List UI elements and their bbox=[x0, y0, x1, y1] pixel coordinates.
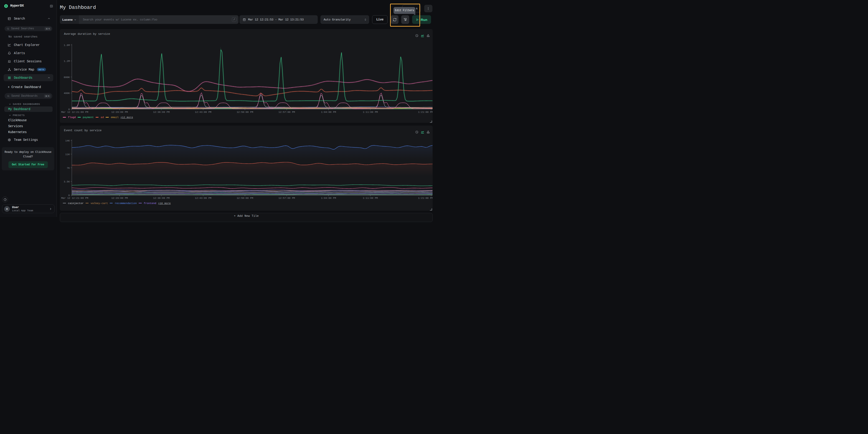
svg-text:Mar 12 12:21:00 PM: Mar 12 12:21:00 PM bbox=[61, 111, 88, 113]
svg-text:14K: 14K bbox=[65, 139, 70, 142]
svg-text:1:11:00 PM: 1:11:00 PM bbox=[363, 197, 378, 199]
svg-text:1:11:00 PM: 1:11:00 PM bbox=[363, 111, 378, 113]
svg-text:Mar 12 12:21:00 PM: Mar 12 12:21:00 PM bbox=[61, 197, 88, 199]
svg-text:12:36:00 PM: 12:36:00 PM bbox=[153, 197, 170, 199]
svg-text:12:43:00 PM: 12:43:00 PM bbox=[195, 197, 211, 199]
svg-text:12:50:00 PM: 12:50:00 PM bbox=[237, 197, 253, 199]
svg-text:0: 0 bbox=[68, 194, 70, 197]
svg-text:12:29:00 PM: 12:29:00 PM bbox=[111, 197, 128, 199]
svg-text:11K: 11K bbox=[65, 153, 70, 156]
svg-text:7K: 7K bbox=[67, 167, 70, 169]
svg-text:1:04:00 PM: 1:04:00 PM bbox=[321, 197, 336, 199]
svg-text:1:04:00 PM: 1:04:00 PM bbox=[321, 111, 336, 113]
svg-text:1:21:00 PM: 1:21:00 PM bbox=[418, 197, 433, 199]
svg-text:1:21:00 PM: 1:21:00 PM bbox=[418, 111, 433, 113]
svg-text:12:57:00 PM: 12:57:00 PM bbox=[279, 197, 295, 199]
svg-text:1.2M: 1.2M bbox=[64, 60, 70, 63]
svg-text:12:36:00 PM: 12:36:00 PM bbox=[153, 111, 170, 113]
svg-text:12:29:00 PM: 12:29:00 PM bbox=[111, 111, 128, 113]
svg-text:1.6M: 1.6M bbox=[64, 44, 70, 46]
svg-text:12:50:00 PM: 12:50:00 PM bbox=[237, 111, 253, 113]
svg-text:12:43:00 PM: 12:43:00 PM bbox=[195, 111, 211, 113]
svg-text:12:57:00 PM: 12:57:00 PM bbox=[279, 111, 295, 113]
svg-text:0: 0 bbox=[68, 108, 70, 111]
svg-text:400K: 400K bbox=[64, 92, 70, 95]
svg-text:800K: 800K bbox=[64, 76, 70, 79]
svg-text:3.5K: 3.5K bbox=[64, 180, 70, 183]
